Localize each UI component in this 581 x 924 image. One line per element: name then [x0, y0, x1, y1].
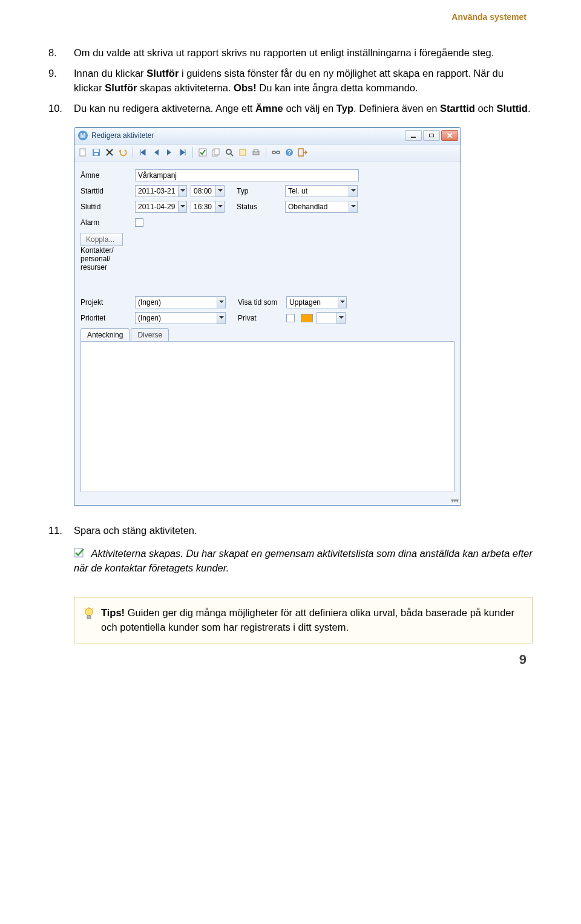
start-time-combo[interactable]: 08:00 [191, 185, 225, 197]
prioritet-combo[interactable]: (Ingen) [135, 312, 226, 324]
next-icon[interactable] [165, 148, 174, 157]
result-callout: Aktiviteterna skapas. Du har skapat en g… [74, 547, 533, 576]
find-icon[interactable] [225, 148, 234, 157]
label-prioritet: Prioritet [80, 314, 135, 322]
label-starttid: Starttid [80, 187, 135, 195]
koppla-button[interactable]: Koppla... [80, 233, 123, 246]
step-number: 11. [48, 524, 74, 538]
link-icon[interactable] [271, 148, 281, 157]
close-button[interactable] [441, 130, 458, 141]
tab-anteckning[interactable]: Anteckning [80, 328, 130, 341]
new-icon[interactable] [78, 148, 88, 157]
end-date-combo[interactable]: 2011-04-29 [135, 201, 187, 213]
undo-icon[interactable] [118, 148, 128, 157]
svg-point-7 [226, 149, 231, 154]
checkmark-icon [74, 548, 85, 559]
label-amne: Ämne [80, 171, 135, 180]
typ-combo[interactable]: Tel. ut [285, 185, 358, 197]
lightbulb-icon [83, 607, 96, 620]
svg-point-17 [85, 608, 93, 616]
last-icon[interactable] [178, 148, 188, 157]
start-date-combo[interactable]: 2011-03-21 [135, 185, 187, 197]
projekt-combo[interactable]: (Ingen) [135, 296, 226, 308]
step-number: 10. [48, 102, 74, 116]
copy-icon[interactable] [211, 148, 221, 157]
step-10: 10. Du kan nu redigera aktiveterna. Ange… [48, 102, 533, 116]
app-icon: M [78, 131, 88, 140]
step-8: 8. Om du valde att skriva ut rapport skr… [48, 46, 533, 60]
help-icon[interactable]: ? [284, 148, 294, 157]
step-number: 9. [48, 67, 74, 96]
tips-text: Tips! Guiden ger dig många möjligheter f… [101, 606, 522, 634]
window-toolbar: ? [74, 145, 461, 161]
window-titlebar[interactable]: M Redigera aktiviteter [74, 128, 461, 145]
privat-checkbox[interactable] [286, 314, 295, 322]
label-status: Status [237, 203, 285, 211]
svg-rect-6 [214, 149, 219, 155]
svg-rect-10 [254, 149, 258, 152]
label-visatid: Visa tid som [238, 298, 286, 307]
color-combo[interactable] [317, 312, 346, 324]
label-privat: Privat [238, 314, 286, 322]
maximize-button[interactable] [423, 130, 440, 141]
svg-rect-18 [87, 616, 91, 619]
label-typ: Typ [237, 187, 285, 195]
amne-input[interactable]: Vårkampanj [135, 169, 359, 181]
color-swatch[interactable] [301, 314, 313, 322]
first-icon[interactable] [138, 148, 148, 157]
visatid-combo[interactable]: Upptagen [286, 296, 347, 308]
end-time-combo[interactable]: 16:30 [191, 201, 225, 213]
delete-icon[interactable] [105, 148, 114, 157]
svg-rect-8 [240, 149, 246, 155]
edit-activities-window: M Redigera aktiviteter [74, 127, 461, 506]
window-title: Redigera aktiviteter [91, 131, 405, 140]
svg-text:?: ? [287, 149, 291, 156]
step-text: Om du valde att skriva ut rapport skrivs… [74, 46, 533, 60]
callout-text: Aktiviteterna skapas. Du har skapat en g… [74, 548, 533, 573]
resize-grip[interactable]: ▾▾▾ [74, 496, 461, 505]
minimize-button[interactable] [405, 130, 422, 141]
instruction-list: 8. Om du valde att skriva ut rapport skr… [48, 46, 533, 116]
page-number: 9 [519, 652, 527, 668]
label-projekt: Projekt [80, 298, 135, 307]
save-icon[interactable] [91, 148, 101, 157]
label-sluttid: Sluttid [80, 203, 135, 211]
step-11: 11. Spara och stäng aktiviteten. [48, 524, 533, 538]
svg-rect-3 [94, 153, 98, 155]
notes-textarea[interactable] [80, 341, 455, 492]
step-text: Du kan nu redigera aktiveterna. Ange ett… [74, 102, 533, 116]
tab-diverse[interactable]: Diverse [131, 328, 169, 341]
status-combo[interactable]: Obehandlad [285, 201, 358, 213]
exit-icon[interactable] [298, 148, 307, 157]
tips-box: Tips! Guiden ger dig många möjligheter f… [74, 597, 533, 643]
check-icon[interactable] [198, 148, 208, 157]
attach-icon[interactable] [238, 148, 248, 157]
step-9: 9. Innan du klickar Slutför i guidens si… [48, 67, 533, 96]
section-header: Använda systemet [48, 0, 533, 46]
alarm-checkbox[interactable] [135, 218, 143, 227]
label-kontakter: Kontakter/ personal/ resurser [80, 246, 135, 276]
step-text: Spara och stäng aktiviteten. [74, 524, 533, 538]
step-text: Innan du klickar Slutför i guidens sista… [74, 67, 533, 96]
svg-rect-2 [94, 149, 99, 152]
print-icon[interactable] [251, 148, 261, 157]
svg-rect-15 [298, 149, 303, 156]
prev-icon[interactable] [151, 148, 161, 157]
step-number: 8. [48, 46, 74, 60]
label-alarm: Alarm [80, 218, 135, 227]
